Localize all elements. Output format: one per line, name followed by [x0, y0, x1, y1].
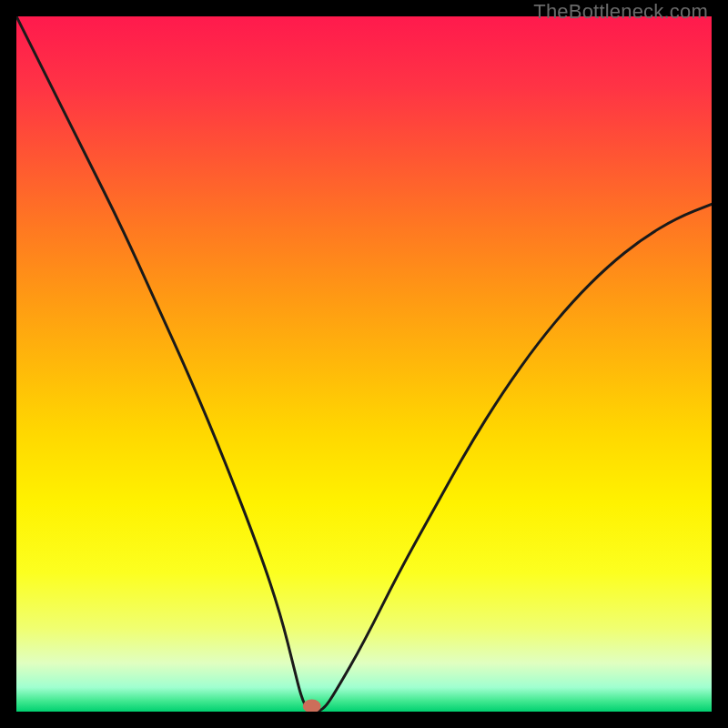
bottleneck-plot: [16, 16, 712, 712]
watermark-text: TheBottleneck.com: [533, 0, 708, 24]
gradient-background: [16, 16, 712, 712]
chart-frame: [16, 16, 712, 712]
